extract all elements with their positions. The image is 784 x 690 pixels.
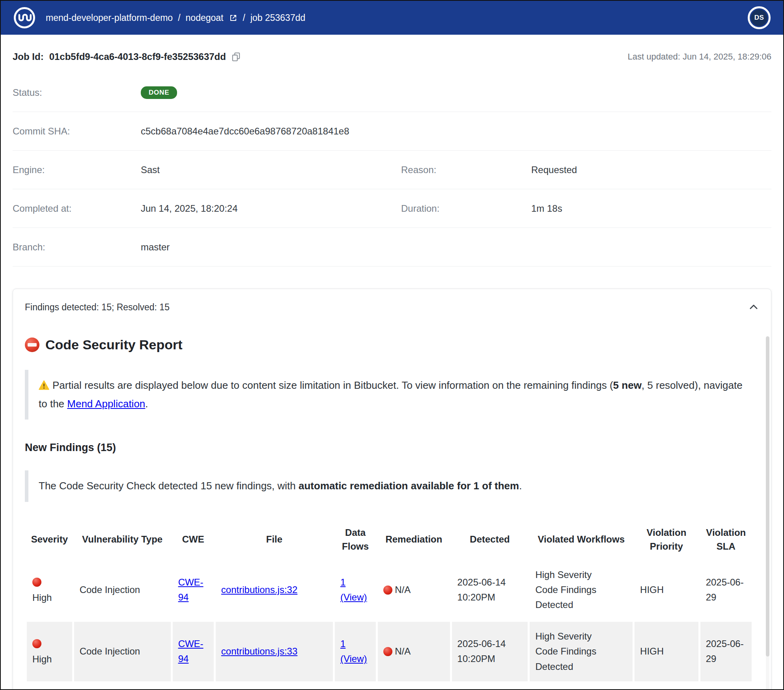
note-text-bold: automatic remediation available for 1 of… xyxy=(299,480,519,492)
breadcrumb: mend-developer-platform-demo / nodegoat … xyxy=(46,13,305,23)
duration-label: Duration: xyxy=(401,203,531,214)
top-navbar: mend-developer-platform-demo / nodegoat … xyxy=(1,1,783,35)
note-text-post: . xyxy=(519,480,522,492)
column-header-file: File xyxy=(216,521,333,558)
violation-sla-cell: 2025-06-29 xyxy=(700,622,752,681)
violation-priority-cell: HIGH xyxy=(635,560,698,620)
findings-summary: Findings detected: 15; Resolved: 15 xyxy=(25,302,170,313)
severity-value: High xyxy=(32,652,67,667)
detected-cell: 2025-06-14 10:20PM xyxy=(452,622,528,681)
user-avatar[interactable]: DS xyxy=(748,6,771,29)
red-circle-icon xyxy=(383,586,392,595)
breadcrumb-separator: / xyxy=(178,13,180,23)
commit-sha-label: Commit SHA: xyxy=(13,126,141,137)
status-badge: DONE xyxy=(141,86,177,99)
avatar-initials: DS xyxy=(751,9,767,26)
job-header: Job Id: 01cb5fd9-4ca6-4013-8cf9-fe352536… xyxy=(1,35,783,73)
violation-priority-cell: HIGH xyxy=(635,622,698,681)
column-header-violated-workflows: Violated Workflows xyxy=(530,521,633,558)
remediation-cell: N/A xyxy=(378,622,450,681)
data-flows-cell: 1 (View) xyxy=(335,622,376,681)
warning-icon xyxy=(39,378,49,395)
data-flows-link[interactable]: 1 (View) xyxy=(340,577,367,602)
column-header-violation-sla: Violation SLA xyxy=(700,521,752,558)
page: mend-developer-platform-demo / nodegoat … xyxy=(0,0,784,690)
chevron-up-icon[interactable] xyxy=(748,302,759,313)
data-flows-link[interactable]: 1 (View) xyxy=(340,638,367,664)
breadcrumb-job: job 253637dd xyxy=(250,13,305,23)
column-header-severity: Severity xyxy=(27,521,72,558)
remediation-value: N/A xyxy=(395,584,411,595)
breadcrumb-repo[interactable]: nodegoat xyxy=(186,13,224,23)
commit-sha-value: c5cb68a7084e4ae7dcc60e6a98768720a81841e8 xyxy=(141,126,401,137)
code-security-report: Code Security Report Partial results are… xyxy=(13,323,771,690)
cwe-link[interactable]: CWE-94 xyxy=(178,577,203,602)
cwe-link[interactable]: CWE-94 xyxy=(178,638,203,664)
completed-at-value: Jun 14, 2025, 18:20:24 xyxy=(141,203,401,214)
vulnerability-type-cell: Code Injection xyxy=(74,622,171,681)
column-header-data-flows: Data Flows xyxy=(335,521,376,558)
engine-value: Sast xyxy=(141,164,401,175)
field-row-engine-reason: Engine: Sast Reason: Requested xyxy=(13,151,771,189)
scrollbar-track xyxy=(766,336,769,690)
job-fields: Status: DONE Commit SHA: c5cb68a7084e4ae… xyxy=(1,73,783,267)
column-header-violation-priority: Violation Priority xyxy=(635,521,698,558)
new-findings-heading: New Findings (15) xyxy=(25,442,754,454)
note-text-pre: The Code Security Check detected 15 new … xyxy=(39,480,299,492)
last-updated: Last updated: Jun 14, 2025, 18:29:06 xyxy=(627,52,771,62)
table-row: High Code Injection CWE-94 contributions… xyxy=(27,622,752,681)
column-header-vulnerability-type: Vulnerability Type xyxy=(74,521,171,558)
detected-cell: 2025-06-14 10:20PM xyxy=(452,560,528,620)
status-label: Status: xyxy=(13,87,141,98)
severity-cell: High xyxy=(27,622,72,681)
warning-text-bold: 5 new xyxy=(613,379,642,391)
red-circle-icon xyxy=(32,578,41,587)
findings-card: Findings detected: 15; Resolved: 15 Code… xyxy=(13,289,771,690)
violated-workflows-value: High Severity Code Findings Detected xyxy=(535,567,607,613)
violated-workflows-value: High Severity Code Findings Detected xyxy=(535,629,607,674)
violated-workflows-cell: High Severity Code Findings Detected xyxy=(530,560,633,620)
copy-icon[interactable] xyxy=(231,52,241,62)
engine-label: Engine: xyxy=(13,164,141,175)
findings-table: Severity Vulnerability Type CWE File Dat… xyxy=(25,519,754,683)
cwe-cell: CWE-94 xyxy=(173,560,214,620)
red-circle-icon xyxy=(32,639,41,648)
column-header-cwe: CWE xyxy=(173,521,214,558)
completed-at-label: Completed at: xyxy=(13,203,141,214)
duration-value: 1m 18s xyxy=(531,203,771,214)
field-row-commit: Commit SHA: c5cb68a7084e4ae7dcc60e6a9876… xyxy=(13,112,771,151)
new-findings-note: The Code Security Check detected 15 new … xyxy=(25,470,754,502)
report-title-text: Code Security Report xyxy=(45,337,183,352)
no-entry-icon xyxy=(25,338,39,352)
scrollbar-thumb[interactable] xyxy=(766,336,769,656)
partial-results-warning: Partial results are displayed below due … xyxy=(25,370,754,420)
field-row-branch: Branch: master xyxy=(13,228,771,267)
warning-text-post: . xyxy=(145,398,148,410)
remediation-cell: N/A xyxy=(378,560,450,620)
warning-text-pre: Partial results are displayed below due … xyxy=(52,379,613,391)
external-link-icon[interactable] xyxy=(229,14,237,22)
file-link[interactable]: contributions.js:32 xyxy=(221,584,297,595)
breadcrumb-separator: / xyxy=(243,13,245,23)
severity-cell: High xyxy=(27,560,72,620)
findings-card-header: Findings detected: 15; Resolved: 15 xyxy=(13,289,771,323)
table-header-row: Severity Vulnerability Type CWE File Dat… xyxy=(27,521,752,558)
remediation-value: N/A xyxy=(395,646,411,656)
job-id-label: Job Id: xyxy=(13,51,44,62)
reason-label: Reason: xyxy=(401,164,531,175)
job-id-value: 01cb5fd9-4ca6-4013-8cf9-fe35253637dd xyxy=(49,51,226,62)
table-row: High Code Injection CWE-94 contributions… xyxy=(27,560,752,620)
data-flows-cell: 1 (View) xyxy=(335,560,376,620)
column-header-remediation: Remediation xyxy=(378,521,450,558)
branch-value: master xyxy=(141,242,401,253)
mend-logo-icon[interactable] xyxy=(13,7,35,29)
reason-value: Requested xyxy=(531,164,771,175)
violated-workflows-cell: High Severity Code Findings Detected xyxy=(530,622,633,681)
severity-value: High xyxy=(32,590,67,605)
mend-application-link[interactable]: Mend Application xyxy=(67,398,145,410)
file-link[interactable]: contributions.js:33 xyxy=(221,646,297,656)
breadcrumb-project[interactable]: mend-developer-platform-demo xyxy=(46,13,173,23)
file-cell: contributions.js:32 xyxy=(216,560,333,620)
report-title: Code Security Report xyxy=(25,337,754,352)
file-cell: contributions.js:33 xyxy=(216,622,333,681)
